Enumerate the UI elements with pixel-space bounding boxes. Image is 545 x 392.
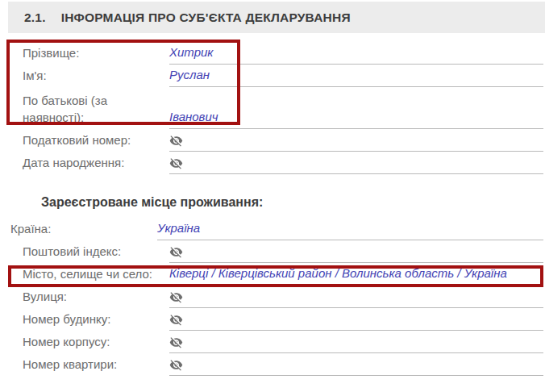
section-title: ІНФОРМАЦІЯ ПРО СУБ'ЄКТА ДЕКЛАРУВАННЯ [61,10,351,25]
postal-code-label: Поштовий індекс: [23,243,169,263]
house-number-field [169,308,543,331]
country-value: Україна [157,219,200,236]
building-number-field [169,331,543,353]
visibility-off-icon [169,156,183,170]
section-number: 2.1. [24,10,46,25]
field-row-postal-code: Поштовий індекс: [23,240,543,263]
field-row-tax-number: Податковий номер: [23,129,543,152]
patronymic-value: Іванович [169,108,218,125]
country-label: Країна: [10,220,157,240]
field-row-building-number: Номер корпусу: [23,331,543,353]
house-number-label: Номер будинку: [23,311,169,331]
visibility-off-icon [169,245,183,259]
apartment-number-field [169,353,543,376]
field-row-apartment-number: Номер квартири: [23,353,543,376]
city-field: Ківерці / Ківерцівський район / Волинськ… [169,263,543,286]
field-row-house-number: Номер будинку: [23,308,543,331]
birth-date-field [169,152,543,174]
visibility-off-icon [169,134,183,148]
field-row-city: Місто, селище чи село: Ківерці / Ківерці… [23,263,543,286]
country-field: Україна [157,218,543,240]
firstname-field: Руслан [169,65,543,87]
section-header: 2.1. ІНФОРМАЦІЯ ПРО СУБ'ЄКТА ДЕКЛАРУВАНН… [8,2,545,33]
visibility-off-icon [169,336,183,349]
field-row-firstname: Ім'я: Руслан [23,65,543,87]
postal-code-field [169,240,543,263]
firstname-label: Ім'я: [23,67,169,87]
field-row-surname: Прізвище: Хитрик [23,42,543,65]
declaration-subject-form: Прізвище: Хитрик Ім'я: Руслан По батьков… [0,33,545,376]
field-row-country: Країна: Україна [10,218,543,240]
city-label: Місто, селище чи село: [23,265,169,286]
city-value: Ківерці / Ківерцівський район / Волинськ… [169,265,507,281]
visibility-off-icon [169,290,183,304]
surname-value: Хитрик [169,44,213,60]
tax-number-label: Податковий номер: [23,131,169,152]
field-row-street: Вулиця: [23,286,543,308]
street-label: Вулиця: [23,288,169,308]
surname-label: Прізвище: [23,44,169,65]
field-row-patronymic: По батькові (за наявності): Іванович [23,87,543,129]
firstname-value: Руслан [169,66,210,83]
field-row-birth-date: Дата народження: [23,152,543,174]
visibility-off-icon [169,313,183,327]
visibility-off-icon [169,358,183,372]
building-number-label: Номер корпусу: [23,333,169,353]
apartment-number-label: Номер квартири: [23,356,169,376]
tax-number-field [169,129,543,152]
birth-date-label: Дата народження: [23,154,169,174]
registered-residence-heading: Зареєстроване місце проживання: [41,195,543,210]
surname-field: Хитрик [169,42,543,65]
patronymic-label: По батькові (за наявності): [23,92,169,129]
patronymic-field: Іванович [169,87,543,129]
street-field [169,286,543,308]
